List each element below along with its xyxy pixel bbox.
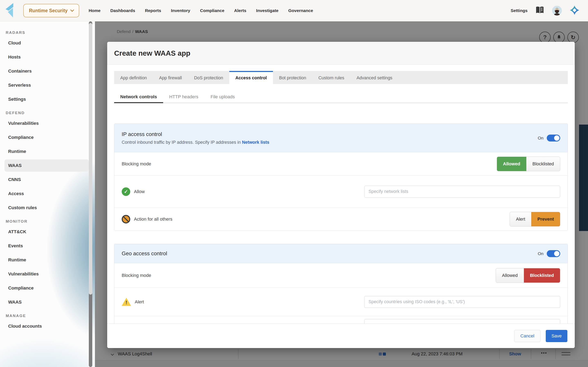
geo-access-toggle[interactable] (547, 250, 560, 257)
sidebar-item-runtime[interactable]: Runtime (4, 145, 89, 158)
geo-blocking-mode-label: Blocking mode (122, 273, 151, 278)
ip-alert-button[interactable]: Alert (510, 212, 531, 226)
nav-item-governance[interactable]: Governance (288, 8, 313, 13)
user-avatar[interactable] (552, 6, 562, 16)
create-waas-app-modal: Create new WAAS app App definition App f… (107, 42, 575, 348)
documentation-book-icon[interactable] (535, 6, 544, 15)
sidebar-item-settings[interactable]: Settings (4, 93, 89, 105)
tab-bot-protection[interactable]: Bot protection (273, 71, 312, 84)
sidebar-item-waas-monitor[interactable]: WAAS (4, 296, 89, 308)
sidebar-item-vulnerabilities[interactable]: Vulnerabilities (4, 117, 89, 129)
geo-blocklisted-button[interactable]: Blocklisted (524, 268, 560, 283)
sidebar-section-radars: RADARS (6, 30, 95, 35)
tab-app-definition[interactable]: App definition (114, 71, 153, 84)
ip-blocking-mode-label: Blocking mode (122, 161, 151, 167)
prohibition-icon (122, 215, 130, 224)
runtime-security-logo-icon (5, 3, 14, 18)
ip-blocking-mode-segmented: Allowed Blocklisted (497, 157, 561, 171)
subtab-http-headers[interactable]: HTTP headers (163, 91, 205, 103)
sidebar-item-runtime-monitor[interactable]: Runtime (4, 254, 89, 266)
tab-custom-rules[interactable]: Custom rules (312, 71, 350, 84)
sidebar-section-defend: DEFEND (6, 111, 95, 116)
tab-advanced-settings[interactable]: Advanced settings (350, 71, 398, 84)
sidebar-item-vulnerabilities-monitor[interactable]: Vulnerabilities (4, 268, 89, 280)
geo-alert-label: Alert (135, 299, 144, 305)
sidebar-item-attck[interactable]: ATT&CK (4, 226, 89, 238)
ip-toggle-state-label: On (538, 136, 544, 141)
allow-label: Allow (134, 189, 145, 194)
network-lists-input[interactable] (364, 186, 560, 198)
top-nav: Runtime Security Home Dashboards Reports… (0, 0, 588, 21)
ip-prevent-button[interactable]: Prevent (531, 212, 560, 226)
modal-tabs: App definition App firewall DoS protecti… (114, 71, 568, 84)
sidebar-item-hosts[interactable]: Hosts (4, 51, 89, 63)
sidebar-item-containers[interactable]: Containers (4, 65, 89, 77)
sidebar-item-waas-active[interactable]: WAAS (4, 159, 89, 172)
nav-item-settings[interactable]: Settings (511, 8, 527, 13)
sidebar-item-cnns[interactable]: CNNS (4, 174, 89, 186)
sidebar-item-cloud[interactable]: Cloud (4, 37, 89, 49)
geo-allowed-button[interactable]: Allowed (496, 268, 524, 283)
ip-section-description: Control inbound traffic by IP address. S… (122, 140, 269, 145)
product-switcher[interactable]: Runtime Security (23, 4, 79, 17)
subtab-file-uploads[interactable]: File uploads (204, 91, 241, 103)
network-lists-link[interactable]: Network lists (242, 140, 269, 145)
subtab-network-controls[interactable]: Network controls (114, 91, 163, 103)
geo-countries-input[interactable] (364, 296, 560, 308)
action-for-others-label: Action for all others (134, 217, 172, 222)
nav-item-investigate[interactable]: Investigate (256, 8, 278, 13)
modal-title: Create new WAAS app (114, 49, 190, 57)
ip-access-control-section: IP access control Control inbound traffi… (114, 124, 568, 231)
allow-check-icon (122, 187, 130, 196)
nav-item-dashboards[interactable]: Dashboards (111, 8, 135, 13)
geo-toggle-state-label: On (538, 251, 544, 256)
sidebar-item-custom-rules[interactable]: Custom rules (4, 202, 89, 214)
sidebar-item-compliance-monitor[interactable]: Compliance (4, 282, 89, 294)
sidebar-section-monitor: MONITOR (6, 219, 95, 224)
alert-warning-icon (122, 298, 131, 306)
geo-section-title: Geo access control (122, 250, 167, 257)
sidebar-item-cloud-accounts[interactable]: Cloud accounts (4, 320, 89, 332)
sidebar-section-manage: MANAGE (6, 314, 95, 318)
ip-access-toggle[interactable] (547, 134, 560, 142)
sidebar-item-events[interactable]: Events (4, 240, 89, 252)
nav-item-reports[interactable]: Reports (145, 8, 161, 13)
chevron-down-icon (70, 8, 74, 12)
geo-blocking-mode-segmented: Allowed Blocklisted (496, 268, 560, 283)
nav-item-home[interactable]: Home (89, 8, 100, 13)
prisma-cloud-logo-icon[interactable] (570, 5, 579, 16)
ip-section-title: IP access control (122, 131, 269, 137)
ip-action-segmented: Alert Prevent (510, 212, 560, 226)
tab-app-firewall[interactable]: App firewall (153, 71, 188, 84)
modal-subtabs: Network controls HTTP headers File uploa… (114, 91, 568, 103)
nav-item-compliance[interactable]: Compliance (200, 8, 224, 13)
save-button[interactable]: Save (546, 330, 567, 342)
nav-item-alerts[interactable]: Alerts (234, 8, 246, 13)
tab-access-control[interactable]: Access control (229, 71, 273, 84)
main-nav: Home Dashboards Reports Inventory Compli… (89, 8, 313, 13)
tab-dos-protection[interactable]: DoS protection (188, 71, 229, 84)
cancel-button[interactable]: Cancel (514, 330, 540, 342)
sidebar-item-serverless[interactable]: Serverless (4, 79, 89, 91)
geo-access-control-section: Geo access control On Blocking mode Allo… (114, 244, 568, 333)
product-switcher-label: Runtime Security (29, 8, 68, 13)
ip-allowed-button[interactable]: Allowed (497, 157, 526, 171)
sidebar-item-compliance[interactable]: Compliance (4, 131, 89, 143)
modal-footer: Cancel Save (107, 324, 575, 348)
ip-blocklisted-button[interactable]: Blocklisted (526, 157, 560, 171)
modal-header: Create new WAAS app (107, 42, 575, 65)
nav-item-inventory[interactable]: Inventory (171, 8, 190, 13)
sidebar: RADARS Cloud Hosts Containers Serverless… (0, 21, 95, 367)
sidebar-scrollbar-thumb[interactable] (89, 23, 92, 295)
sidebar-item-access[interactable]: Access (4, 188, 89, 200)
